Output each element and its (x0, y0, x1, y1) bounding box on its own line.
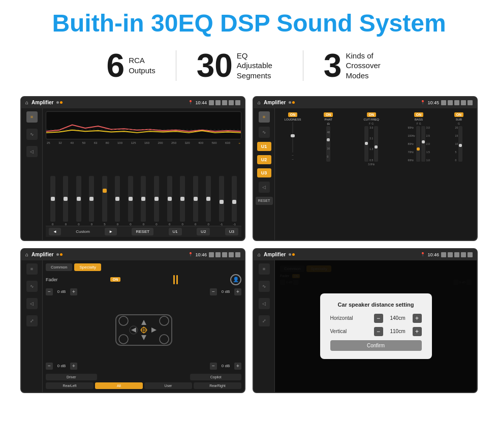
eq-slider-3[interactable]: 0 (73, 176, 85, 226)
cutfreq-on-badge[interactable]: ON (367, 112, 377, 117)
loudness-on-badge[interactable]: ON (288, 112, 298, 117)
dot1 (56, 101, 59, 104)
screen-fader: ⌂ Amplifier 📍 10:46 (20, 248, 245, 393)
eq-main: 253240506380100125160200250320400500630 … (43, 108, 244, 240)
eq-prev-btn[interactable]: ◄ (49, 228, 61, 235)
horizontal-plus-btn[interactable]: + (413, 314, 422, 323)
crossover-app-name: Amplifier (264, 100, 286, 105)
eq-slider-8[interactable]: 0 (138, 176, 150, 226)
eq-slider-1[interactable]: 0 (47, 176, 59, 226)
bass-slider-g[interactable] (421, 126, 425, 162)
cam-icon-4 (441, 252, 446, 257)
btn-copilot[interactable]: Copilot (190, 374, 241, 380)
cross-sidebar-wave[interactable]: ∿ (259, 127, 270, 138)
bat-icon-3 (229, 252, 234, 257)
eq-slider-7[interactable]: 0 (124, 176, 137, 226)
distance-dialog-overlay: Car speaker distance setting Horizontal … (275, 260, 477, 392)
vol-lb-minus[interactable]: − (46, 363, 53, 370)
tab-common[interactable]: Common (46, 263, 72, 271)
eq-slider-9[interactable]: 0 (150, 176, 163, 226)
fader-status-left: ⌂ Amplifier (25, 252, 63, 257)
sub-on-badge[interactable]: ON (454, 112, 464, 117)
dialog-sidebar-wave[interactable]: ∿ (259, 281, 270, 292)
bass-on-badge[interactable]: ON (414, 112, 424, 117)
fader-sidebar-eq[interactable]: ≡ (26, 263, 38, 275)
dot5 (56, 253, 59, 256)
vol-rb-minus[interactable]: − (210, 363, 217, 370)
crossover-sidebar: ≡ ∿ U1 U2 U3 ◁ RESET (254, 108, 275, 240)
fader-sidebar-wave[interactable]: ∿ (26, 281, 38, 292)
cutfreq-slider-g[interactable] (374, 126, 378, 162)
vertical-plus-btn[interactable]: + (413, 327, 422, 336)
home-icon-2: ⌂ (258, 100, 261, 105)
fader-sidebar-vol[interactable]: ◁ (26, 298, 38, 309)
stat-crossover-label: Kinds ofCrossover Modes (346, 51, 391, 81)
eq-sidebar-wave-btn[interactable]: ∿ (26, 129, 38, 140)
vol-lt-minus[interactable]: − (46, 288, 53, 295)
screen-dialog: ⌂ Amplifier 📍 10:46 (253, 248, 478, 393)
vol-row-top: − 0 dB + − 0 dB + (46, 288, 241, 295)
btn-user[interactable]: User (144, 382, 192, 389)
bass-slider-f[interactable] (416, 126, 420, 162)
close-icon (222, 100, 227, 105)
horizontal-value: 140cm (385, 315, 411, 321)
vol-rt-minus[interactable]: − (210, 288, 217, 295)
dialog-sidebar-expand[interactable]: ⤢ (259, 315, 270, 326)
fader-sidebar-expand[interactable]: ⤢ (26, 315, 38, 326)
u2-sidebar-btn[interactable]: U2 (257, 155, 271, 164)
cross-reset-btn[interactable]: RESET (256, 197, 273, 205)
eq-slider-2[interactable]: 0 (60, 176, 72, 226)
btn-rearleft[interactable]: RearLeft (46, 382, 94, 389)
eq-u2-btn[interactable]: U2 (197, 228, 210, 235)
loudness-slider[interactable] (292, 122, 293, 153)
eq-reset-btn[interactable]: RESET (132, 228, 153, 235)
vertical-minus-btn[interactable]: − (374, 327, 383, 336)
vol-lb-plus[interactable]: + (70, 363, 77, 370)
vol-lt-plus[interactable]: + (70, 288, 77, 295)
dot8 (292, 253, 295, 256)
dialog-status-icons (441, 252, 473, 257)
loudness-label: LOUDNESS (285, 118, 301, 121)
btn-driver[interactable]: Driver (46, 374, 97, 380)
eq-next-btn[interactable]: ► (105, 228, 117, 235)
cross-sidebar-eq[interactable]: ≡ (259, 111, 270, 123)
tab-specialty[interactable]: Specialty (74, 263, 101, 271)
dialog-vertical-row: Vertical − 110cm + (330, 327, 422, 336)
vol-rb-plus[interactable]: + (234, 363, 241, 370)
cross-sidebar-vol[interactable]: ◁ (259, 182, 270, 193)
eq-slider-6[interactable]: 0 (112, 176, 124, 226)
dialog-sidebar-vol[interactable]: ◁ (259, 298, 270, 309)
eq-slider-14[interactable]: -1 (215, 176, 228, 226)
dialog-vertical-control: − 110cm + (374, 327, 422, 336)
u1-sidebar-btn[interactable]: U1 (257, 142, 271, 151)
btn-all[interactable]: All (95, 382, 143, 389)
eq-preset-label: Custom (76, 229, 90, 234)
eq-slider-10[interactable]: 0 (164, 176, 176, 226)
eq-slider-15[interactable]: -1 (228, 176, 240, 226)
horizontal-minus-btn[interactable]: − (374, 314, 383, 323)
eq-slider-11[interactable]: 0 (176, 176, 189, 226)
eq-sidebar-vol-btn[interactable]: ◁ (26, 146, 38, 157)
fader-on-toggle[interactable]: ON (110, 277, 121, 282)
svg-marker-9 (141, 335, 146, 340)
vol-left-bottom: − 0 dB + (46, 363, 77, 370)
eq-slider-13[interactable]: 0 (202, 176, 214, 226)
eq-sidebar-eq-btn[interactable]: ≡ (26, 111, 38, 123)
cutfreq-slider-f[interactable] (364, 126, 368, 162)
fader-top-row: Fader ON 👤 (46, 274, 241, 285)
eq-slider-5[interactable]: 5 (99, 176, 111, 226)
eq-u1-btn[interactable]: U1 (169, 228, 182, 235)
eq-status-bar: ⌂ Amplifier 📍 10:44 (21, 97, 244, 108)
stat-eq-number: 30 (197, 49, 233, 82)
phat-on-badge[interactable]: ON (324, 112, 333, 117)
eq-u3-btn[interactable]: U3 (225, 228, 238, 235)
eq-slider-12[interactable]: 0 (190, 176, 202, 226)
eq-slider-4[interactable]: 0 (86, 176, 98, 226)
dialog-confirm-btn[interactable]: Confirm (330, 340, 422, 351)
vol-rt-plus[interactable]: + (234, 288, 241, 295)
x-icon-2 (454, 100, 459, 105)
btn-rearright[interactable]: RearRight (194, 382, 241, 389)
u3-sidebar-btn[interactable]: U3 (257, 168, 271, 177)
sub-slider[interactable] (458, 126, 462, 162)
dialog-sidebar-eq[interactable]: ≡ (259, 263, 270, 275)
